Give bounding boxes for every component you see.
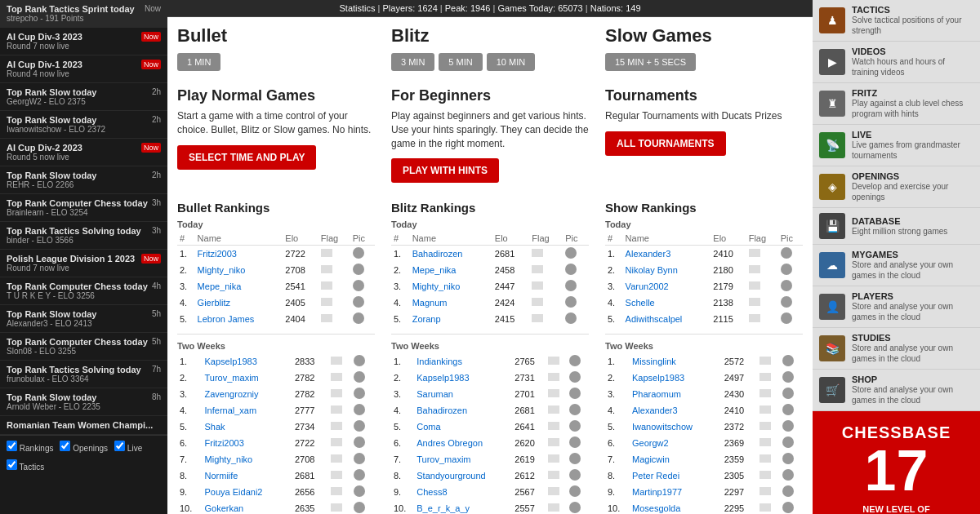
name[interactable]: Andres Obregon [414, 435, 512, 451]
table-row: 4. Bahadirozen 2681 [391, 402, 589, 419]
elo: 2777 [292, 402, 328, 419]
name[interactable]: Missinglink [630, 353, 722, 370]
blitz-play: For Beginners Play against beginners and… [391, 87, 589, 193]
name[interactable]: Gierblitz [195, 295, 283, 311]
sidebar-item-10[interactable]: 4h Top Rank Computer Chess today T U R K… [0, 277, 167, 305]
name[interactable]: Peter Redei [630, 467, 722, 484]
slow-15min-btn[interactable]: 15 MIN + 5 SECS [605, 53, 696, 71]
name[interactable]: Fritzi2003 [195, 246, 283, 263]
name[interactable]: Martinp1977 [630, 484, 722, 500]
sidebar-item-9[interactable]: Now Polish League Division 1 2023 Round … [0, 250, 167, 277]
name[interactable]: Kapselp1983 [203, 353, 292, 370]
sidebar-item-5[interactable]: Now AI Cup Div-2 2023 Round 5 now live [0, 139, 167, 166]
right-menu-icon-shop: 🛒 [819, 377, 845, 403]
name[interactable]: Indiankings [414, 353, 512, 370]
blitz-play-btn[interactable]: PLAY WITH HINTS [391, 158, 499, 183]
name[interactable]: B_e_r_k_a_y [414, 500, 512, 514]
filter-tactics[interactable]: Tactics [7, 459, 44, 472]
name[interactable]: Infernal_xam [203, 402, 292, 419]
name[interactable]: Turov_maxim [414, 451, 512, 467]
right-menu-item-database[interactable]: 💾 DATABASE Eight million strong games [813, 208, 980, 245]
name[interactable]: Kapselp1983 [630, 370, 722, 386]
right-menu-item-shop[interactable]: 🛒 SHOP Store and analyse your own games … [813, 370, 980, 411]
name[interactable]: Zavengrozniy [203, 386, 292, 402]
rank: 3. [391, 278, 410, 295]
name[interactable]: Nikolay Bynn [623, 262, 711, 278]
name[interactable]: Normiife [203, 467, 292, 484]
name[interactable]: Chess8 [414, 484, 512, 500]
filter-live[interactable]: Live [114, 441, 142, 453]
name[interactable]: Georgw2 [630, 435, 722, 451]
name[interactable]: Mepe_nika [195, 278, 283, 295]
name[interactable]: Coma [414, 419, 512, 435]
col-header: Elo [283, 232, 318, 246]
sidebar-item-1[interactable]: Now AI Cup Div-3 2023 Round 7 now live [0, 28, 167, 55]
right-menu-item-live[interactable]: 📡 LIVE Live games from grandmaster tourn… [813, 125, 980, 166]
blitz-3min-btn[interactable]: 3 MIN [391, 53, 434, 71]
name[interactable]: Alexander3 [630, 402, 722, 419]
bullet-play-btn[interactable]: SELECT TIME AND PLAY [177, 145, 316, 170]
sidebar-item-6[interactable]: 2h Top Rank Slow today REHR - ELO 2266 [0, 166, 167, 194]
sidebar-time: 8h [152, 392, 161, 401]
name[interactable]: Alexander3 [623, 246, 711, 263]
blitz-10min-btn[interactable]: 10 MIN [487, 53, 535, 71]
name[interactable]: Saruman [414, 386, 512, 402]
pic [780, 402, 803, 419]
elo: 2734 [292, 419, 328, 435]
name[interactable]: Mighty_niko [410, 278, 492, 295]
name[interactable]: Lebron James [195, 311, 283, 327]
name[interactable]: Varun2002 [623, 278, 711, 295]
name[interactable]: Pharaomum [630, 386, 722, 402]
name[interactable]: Turov_maxim [203, 370, 292, 386]
flag [529, 262, 563, 278]
sidebar-item-7[interactable]: 3h Top Rank Computer Chess today Brainle… [0, 194, 167, 222]
name[interactable]: Mepe_nika [410, 262, 492, 278]
blitz-5min-btn[interactable]: 5 MIN [439, 53, 482, 71]
right-menu-item-fritz[interactable]: ♜ FRITZ Play against a club level chess … [813, 83, 980, 125]
name[interactable]: Gokerkan [203, 500, 292, 514]
sidebar-item-3[interactable]: 2h Top Rank Slow today GeorgW2 - ELO 237… [0, 83, 167, 111]
bullet-1min-btn[interactable]: 1 MIN [177, 53, 220, 71]
sidebar-item-2[interactable]: Now AI Cup Div-1 2023 Round 4 now live [0, 55, 167, 83]
flag [757, 353, 780, 370]
elo: 2567 [512, 484, 545, 500]
name[interactable]: Mosesgolda [630, 500, 722, 514]
sidebar-item-13[interactable]: 7h Top Rank Tactics Solving today frunob… [0, 361, 167, 388]
rank: 1. [391, 246, 410, 263]
name[interactable]: Magicwin [630, 451, 722, 467]
sidebar-item-0[interactable]: Now Top Rank Tactics Sprint today strepc… [0, 0, 167, 28]
name[interactable]: Fritzi2003 [203, 435, 292, 451]
name[interactable]: Adiwithscalpel [623, 311, 711, 327]
sidebar-item-11[interactable]: 5h Top Rank Slow today Alexander3 - ELO … [0, 305, 167, 333]
name[interactable]: Iwanowitschow [630, 419, 722, 435]
name[interactable]: Schelle [623, 295, 711, 311]
pic [351, 386, 375, 402]
pic [351, 370, 375, 386]
sidebar-item-8[interactable]: 3h Top Rank Tactics Solving today binder… [0, 222, 167, 250]
name[interactable]: Kapselp1983 [414, 370, 512, 386]
name[interactable]: Mighty_niko [203, 451, 292, 467]
col-header: Pic [350, 232, 375, 246]
sidebar-item-14[interactable]: 8h Top Rank Slow today Arnold Weber - EL… [0, 388, 167, 416]
rank: 4. [177, 295, 195, 311]
name[interactable]: Pouya Eidani2 [203, 484, 292, 500]
sidebar-item-12[interactable]: 5h Top Rank Computer Chess today Slon08 … [0, 333, 167, 361]
sidebar-item-15[interactable]: Romanian Team Women Champi... [0, 416, 167, 435]
name[interactable]: Mighty_niko [195, 262, 283, 278]
name[interactable]: Magnum [410, 295, 492, 311]
right-menu-item-videos[interactable]: ▶ VIDEOS Watch hours and hours of traini… [813, 42, 980, 83]
right-menu-item-tactics[interactable]: ♟ TACTICS Solve tactical positions of yo… [813, 0, 980, 42]
filter-rankings[interactable]: Rankings [7, 441, 53, 453]
filter-openings[interactable]: Openings [60, 441, 108, 453]
name[interactable]: Zoranp [410, 311, 492, 327]
slow-play-btn[interactable]: ALL TOURNAMENTS [605, 131, 726, 156]
name[interactable]: Standyourground [414, 467, 512, 484]
right-menu-item-openings[interactable]: ◈ OPENINGS Develop and exercise your ope… [813, 166, 980, 208]
name[interactable]: Bahadirozen [410, 246, 492, 263]
name[interactable]: Shak [203, 419, 292, 435]
right-menu-item-mygames[interactable]: ☁ MYGAMES Store and analyse your own gam… [813, 245, 980, 286]
right-menu-item-players[interactable]: 👤 PLAYERS Store and analyse your own gam… [813, 286, 980, 328]
right-menu-item-studies[interactable]: 📚 STUDIES Store and analyse your own gam… [813, 328, 980, 370]
name[interactable]: Bahadirozen [414, 402, 512, 419]
sidebar-item-4[interactable]: 2h Top Rank Slow today Iwanowitschow - E… [0, 111, 167, 139]
